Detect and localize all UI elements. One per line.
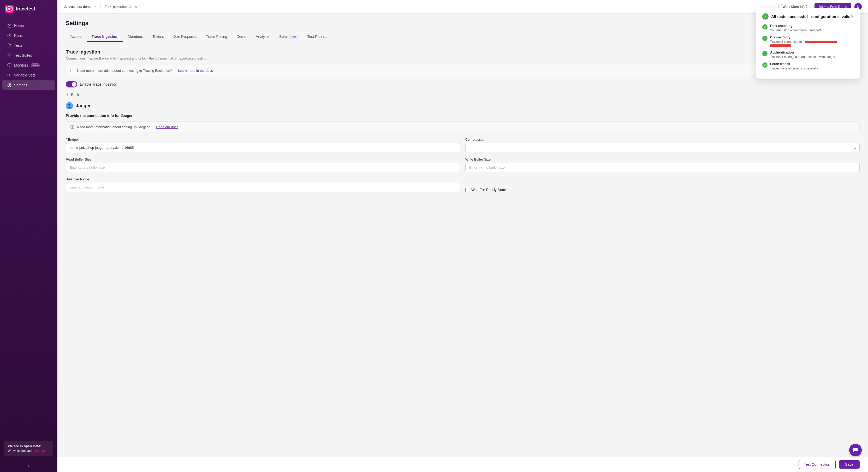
wait-for-ready-checkbox[interactable] bbox=[465, 188, 469, 192]
tab-join-requests[interactable]: Join Requests bbox=[169, 32, 202, 42]
jaeger-info-box: Need more information about setting up J… bbox=[66, 121, 860, 132]
wait-for-ready-label: Wait For Ready State bbox=[471, 188, 506, 192]
content-area: Settings Access Trace Ingestion Members … bbox=[57, 13, 868, 472]
user-chevron-icon bbox=[93, 5, 96, 8]
jaeger-title: Jaeger bbox=[76, 103, 91, 109]
svg-rect-19 bbox=[71, 125, 74, 128]
jaeger-info-link[interactable]: Go to our docs bbox=[156, 125, 178, 129]
sidebar-item-tests-label: Tests bbox=[14, 43, 23, 48]
compression-select[interactable] bbox=[465, 143, 860, 152]
notif-header: ✓ All tests successful - configuration i… bbox=[762, 13, 854, 20]
svg-point-13 bbox=[65, 5, 66, 6]
sidebar: tracetest Home Runs Tests Test Suites Mo… bbox=[0, 0, 57, 472]
tab-test-runner[interactable]: Test Runn... bbox=[303, 32, 332, 42]
info-box-tracing: Need more information about connecting t… bbox=[66, 65, 860, 76]
enable-toggle-row: Enable Trace Ingestion bbox=[66, 81, 860, 87]
notif-auth-icon: ✓ bbox=[762, 51, 768, 56]
tab-members[interactable]: Members bbox=[123, 32, 148, 42]
svg-rect-7 bbox=[8, 56, 9, 57]
chat-bubble-button[interactable] bbox=[849, 444, 862, 456]
tab-tokens[interactable]: Tokens bbox=[148, 32, 168, 42]
sidebar-item-home-label: Home bbox=[14, 24, 24, 28]
compression-label: Compression bbox=[465, 138, 860, 142]
tab-access[interactable]: Access bbox=[66, 32, 87, 42]
sidebar-nav: Home Runs Tests Test Suites Monitors New… bbox=[0, 18, 57, 437]
sidebar-item-test-suites[interactable]: Test Suites bbox=[2, 51, 55, 60]
sidebar-item-variable-sets[interactable]: Variable Sets bbox=[2, 70, 55, 80]
notif-connectivity-label: Connectivity bbox=[770, 35, 854, 39]
sidebar-item-monitors[interactable]: Monitors New bbox=[2, 61, 55, 70]
beta-tab-badge: Beta bbox=[289, 35, 298, 39]
feedback-link[interactable]: feedback bbox=[33, 449, 46, 453]
sidebar-item-settings[interactable]: Settings bbox=[2, 80, 55, 90]
variable-sets-icon bbox=[7, 73, 11, 77]
redacted-url-2 bbox=[770, 45, 791, 47]
svg-point-2 bbox=[8, 8, 10, 10]
tab-trace-ingestion[interactable]: Trace Ingestion bbox=[87, 32, 123, 42]
save-button[interactable]: Save bbox=[839, 460, 860, 469]
svg-point-18 bbox=[68, 104, 70, 106]
notif-port-label: Port checking bbox=[770, 24, 854, 28]
tabs-bar: Access Trace Ingestion Members Tokens Jo… bbox=[66, 32, 860, 42]
read-buffer-input[interactable] bbox=[66, 163, 460, 172]
beta-box-title: We are in open Beta! bbox=[8, 444, 50, 448]
back-arrow-icon bbox=[66, 93, 69, 97]
notif-item-port: ✓ Port checking You are using a commonly… bbox=[762, 24, 854, 32]
write-buffer-input[interactable] bbox=[465, 163, 860, 172]
user-name: tracetest-demo bbox=[69, 5, 92, 9]
jaeger-info-icon bbox=[70, 125, 74, 129]
info-box-link[interactable]: Learn more in our docs bbox=[178, 69, 213, 72]
monitors-badge: New bbox=[31, 63, 40, 67]
notif-fetch-icon: ✓ bbox=[762, 62, 768, 68]
compression-group: Compression bbox=[465, 138, 860, 152]
balancer-group: Balancer Name bbox=[66, 177, 460, 192]
test-connection-button[interactable]: Test Connection bbox=[799, 460, 836, 469]
notif-auth-desc: Tracetest managed to authenticate with J… bbox=[770, 55, 854, 59]
notif-item-connectivity: ✓ Connectivity Tracetest connected to " bbox=[762, 35, 854, 47]
balancer-input[interactable] bbox=[66, 183, 460, 192]
settings-icon bbox=[7, 83, 11, 87]
tab-trace-polling[interactable]: Trace Polling bbox=[201, 32, 232, 42]
read-buffer-label: Read Buffer Size bbox=[66, 157, 460, 161]
notif-main-success-icon: ✓ bbox=[762, 13, 769, 20]
notif-port-content: Port checking You are using a commonly u… bbox=[770, 24, 854, 32]
notif-item-auth: ✓ Authentication Tracetest managed to au… bbox=[762, 50, 854, 59]
info-icon bbox=[70, 68, 74, 72]
tab-analyzer[interactable]: Analyzer bbox=[251, 32, 275, 42]
test-suites-icon bbox=[7, 53, 11, 57]
sidebar-item-tests[interactable]: Tests bbox=[2, 41, 55, 50]
compression-select-wrapper bbox=[465, 143, 860, 152]
project-chevron-icon bbox=[139, 5, 142, 8]
read-buffer-group: Read Buffer Size bbox=[66, 157, 460, 172]
notif-connectivity-content: Connectivity Tracetest connected to " bbox=[770, 35, 854, 47]
svg-rect-6 bbox=[10, 56, 11, 57]
wait-ready-group: Wait For Ready State bbox=[465, 177, 860, 192]
project-icon bbox=[105, 5, 108, 9]
endpoint-input[interactable] bbox=[66, 143, 460, 152]
endpoint-compression-row: * Endpoint Compression bbox=[66, 138, 860, 152]
tab-demo[interactable]: Demo bbox=[232, 32, 251, 42]
sidebar-item-runs[interactable]: Runs bbox=[2, 31, 55, 40]
notif-close-button[interactable]: × bbox=[851, 14, 854, 19]
sidebar-item-home[interactable]: Home bbox=[2, 21, 55, 30]
tab-beta[interactable]: Beta Beta bbox=[275, 32, 303, 42]
runs-icon bbox=[7, 33, 11, 38]
project-name: pokeshop-demo bbox=[113, 5, 137, 9]
sidebar-logo[interactable]: tracetest bbox=[0, 0, 57, 18]
sidebar-collapse-button[interactable]: < bbox=[0, 460, 57, 472]
back-button[interactable]: Back bbox=[66, 93, 860, 97]
notification-popup: ✓ All tests successful - configuration i… bbox=[756, 8, 860, 79]
jaeger-info-text: Need more information about setting up J… bbox=[77, 125, 150, 129]
footer-actions: Test Connection Save bbox=[57, 456, 868, 472]
user-selector[interactable]: tracetest-demo bbox=[64, 5, 96, 9]
endpoint-group: * Endpoint bbox=[66, 138, 460, 152]
enable-trace-ingestion-toggle[interactable] bbox=[66, 81, 77, 87]
section-title: Trace Ingestion bbox=[66, 49, 860, 55]
notif-fetch-desc: Traces were obtained successfully bbox=[770, 66, 854, 70]
jaeger-header: Jaeger bbox=[66, 102, 860, 109]
project-selector[interactable]: ● pokeshop-demo bbox=[105, 5, 142, 9]
svg-rect-5 bbox=[10, 54, 11, 55]
notif-port-desc: You are using a commonly used port bbox=[770, 28, 854, 32]
notif-fetch-content: Fetch traces Traces were obtained succes… bbox=[770, 62, 854, 70]
logo-text: tracetest bbox=[16, 6, 35, 12]
